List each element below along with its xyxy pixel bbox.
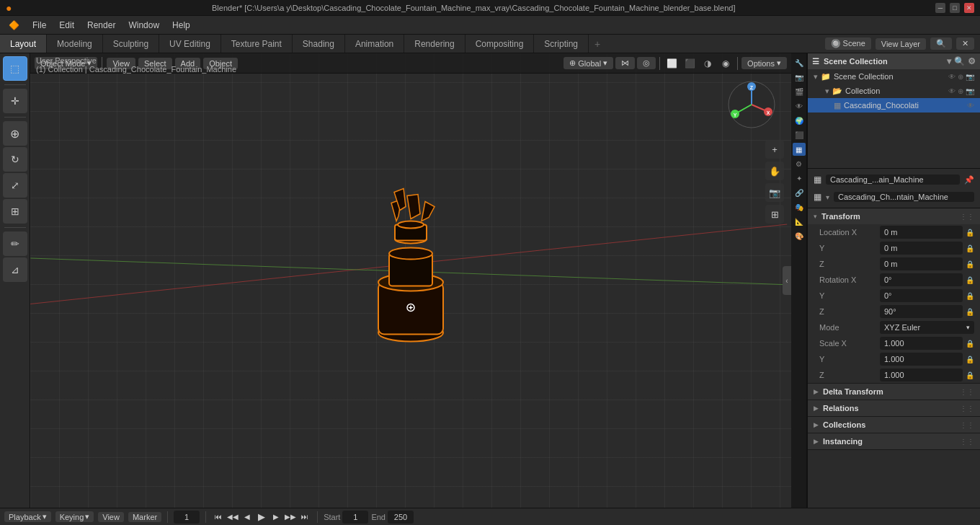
location-y-lock[interactable]: 🔒 [966, 244, 974, 252]
scale-x-lock[interactable]: 🔒 [966, 340, 974, 348]
next-keyframe-button[interactable]: ▶▶ [284, 511, 297, 524]
tab-compositing[interactable]: Compositing [466, 35, 535, 53]
location-y-value[interactable]: 0 m [880, 242, 963, 255]
render-visibility-icon-2[interactable]: 📷 [966, 87, 974, 95]
rotation-x-lock[interactable]: 🔒 [966, 276, 974, 284]
visibility-eye-icon-3[interactable]: 👁 [967, 102, 974, 110]
outliner-scene-collection[interactable]: ▾ 📁 Scene Collection 👁 ⊕ 📷 [808, 69, 980, 84]
render-visibility-icon[interactable]: 📷 [966, 73, 974, 81]
selectability-icon[interactable]: ⊕ [958, 73, 963, 81]
particles-props-icon[interactable]: ✦ [793, 172, 806, 185]
selectability-icon-2[interactable]: ⊕ [958, 87, 963, 95]
sidebar-collapse-button[interactable]: ‹ [783, 266, 791, 295]
location-z-lock[interactable]: 🔒 [966, 260, 974, 268]
prev-keyframe-button[interactable]: ◀◀ [226, 511, 239, 524]
view-layer-selector[interactable]: View Layer [876, 38, 926, 50]
play-button[interactable]: ▶ [255, 511, 268, 524]
select-menu[interactable]: Select [138, 58, 172, 69]
grid-button[interactable]: ⊞ [765, 205, 784, 224]
visibility-eye-icon[interactable]: 👁 [948, 73, 956, 81]
select-box-tool[interactable]: ⬚ [3, 56, 27, 81]
object-name-display[interactable]: Cascading_...ain_Machine [826, 175, 960, 185]
measure-tool[interactable]: ⊿ [3, 257, 27, 282]
render-props-icon[interactable]: 📷 [793, 71, 806, 84]
search-button[interactable]: 🔍 [930, 38, 952, 50]
viewport-shading-solid[interactable]: ⬛ [682, 56, 698, 71]
prev-frame-button[interactable]: ◀ [241, 511, 254, 524]
start-frame-value[interactable]: 1 [342, 511, 368, 524]
transform-tool[interactable]: ⊞ [3, 199, 27, 224]
viewport-shading-material[interactable]: ◑ [700, 56, 716, 71]
tab-texture-paint[interactable]: Texture Paint [221, 35, 293, 53]
next-frame-button[interactable]: ▶ [270, 511, 282, 524]
location-z-value[interactable]: 0 m [880, 257, 963, 270]
scene-props-icon2[interactable]: 🌍 [793, 114, 806, 127]
jump-start-button[interactable]: ⏮ [212, 511, 225, 524]
delta-expand-icon[interactable]: ⋮⋮ [960, 388, 974, 396]
location-x-lock[interactable]: 🔒 [966, 229, 974, 237]
visibility-eye-icon-2[interactable]: 👁 [948, 87, 956, 95]
playback-menu[interactable]: Playback ▾ [4, 511, 51, 522]
constraints-props-icon[interactable]: 🎭 [793, 200, 806, 213]
instancing-expand-icon[interactable]: ⋮⋮ [960, 438, 974, 446]
move-tool[interactable]: ⊕ [3, 121, 27, 146]
scale-z-value[interactable]: 1.000 [880, 369, 963, 381]
rotate-tool[interactable]: ↻ [3, 147, 27, 172]
keying-menu[interactable]: Keying ▾ [55, 511, 94, 522]
menu-render[interactable]: Render [81, 19, 121, 32]
tab-add-button[interactable]: + [589, 35, 606, 53]
delta-transform-header[interactable]: ▶ Delta Transform ⋮⋮ [808, 384, 980, 400]
tab-modeling[interactable]: Modeling [47, 35, 103, 53]
viewport-shading-wireframe[interactable]: ⬜ [664, 56, 680, 71]
rotation-z-value[interactable]: 90° [880, 305, 963, 318]
pan-button[interactable]: ✋ [765, 162, 784, 180]
tab-sculpting[interactable]: Sculpting [103, 35, 159, 53]
scale-y-value[interactable]: 1.000 [880, 353, 963, 366]
viewport[interactable]: Object Mode ▾ View Select Add Object ⊕ G… [30, 53, 791, 508]
jump-end-button[interactable]: ⏭ [298, 511, 311, 524]
tab-shading[interactable]: Shading [293, 35, 345, 53]
tab-rendering[interactable]: Rendering [404, 35, 465, 53]
object-props-icon[interactable]: ▦ [793, 143, 806, 156]
outliner-settings-icon[interactable]: ⚙ [968, 56, 976, 66]
minimize-button[interactable]: ─ [935, 3, 945, 13]
relations-expand-icon[interactable]: ⋮⋮ [960, 405, 974, 412]
tab-animation[interactable]: Animation [345, 35, 404, 53]
scale-z-lock[interactable]: 🔒 [966, 371, 974, 379]
transform-expand-icon[interactable]: ⋮⋮ [960, 213, 974, 221]
rotation-y-lock[interactable]: 🔒 [966, 292, 974, 300]
modifier-props-icon[interactable]: ⚙ [793, 157, 806, 170]
outliner-filter-icon[interactable]: ▾ [947, 56, 951, 66]
proportional-edit-button[interactable]: ◎ [637, 57, 656, 69]
transform-header[interactable]: ▾ Transform ⋮⋮ [808, 208, 980, 224]
tab-uv-editing[interactable]: UV Editing [159, 35, 221, 53]
menu-blender[interactable]: 🔶 [3, 19, 25, 32]
rotation-z-lock[interactable]: 🔒 [966, 308, 974, 316]
end-frame-value[interactable]: 250 [388, 511, 414, 524]
cursor-tool[interactable]: ✛ [3, 89, 27, 113]
marker-menu[interactable]: Marker [128, 512, 161, 522]
view-menu-timeline[interactable]: View [98, 512, 124, 522]
output-props-icon[interactable]: 🎬 [793, 85, 806, 98]
scale-tool[interactable]: ⤢ [3, 173, 27, 198]
rotation-x-value[interactable]: 0° [880, 273, 963, 286]
viewlayer-props-icon[interactable]: 👁 [793, 100, 806, 112]
instancing-header[interactable]: ▶ Instancing ⋮⋮ [808, 433, 980, 449]
location-x-value[interactable]: 0 m [880, 226, 963, 239]
transform-space-dropdown[interactable]: ⊕ Global ▾ [564, 57, 613, 69]
object-mode-dropdown[interactable]: Object Mode ▾ [35, 57, 97, 69]
material-props-icon[interactable]: 🎨 [793, 229, 806, 242]
collections-header[interactable]: ▶ Collections ⋮⋮ [808, 417, 980, 433]
menu-edit[interactable]: Edit [53, 19, 80, 32]
rotation-mode-value[interactable]: XYZ Euler ▾ [880, 321, 974, 334]
collections-expand-icon[interactable]: ⋮⋮ [960, 421, 974, 429]
pin-icon[interactable]: 📌 [964, 175, 974, 185]
tab-scripting[interactable]: Scripting [534, 35, 589, 53]
scale-y-lock[interactable]: 🔒 [966, 356, 974, 363]
close-editor-button[interactable]: ✕ [956, 38, 974, 50]
camera-button[interactable]: 📷 [765, 183, 784, 202]
annotate-tool[interactable]: ✏ [3, 231, 27, 256]
add-menu[interactable]: Add [175, 58, 201, 69]
snap-button[interactable]: ⋈ [615, 57, 635, 69]
maximize-button[interactable]: □ [950, 3, 960, 13]
